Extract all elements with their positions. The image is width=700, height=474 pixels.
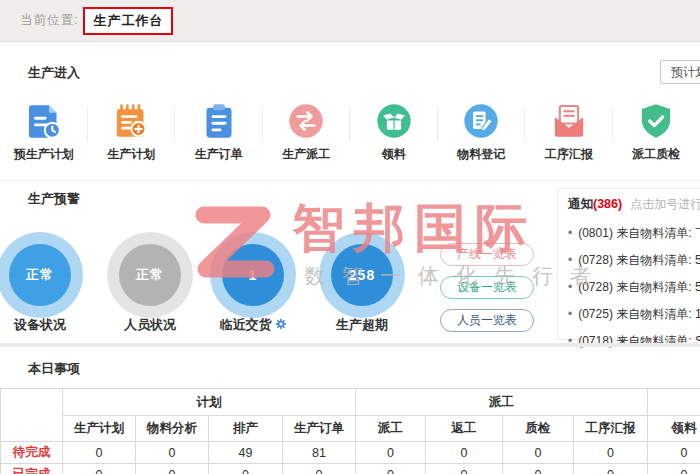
breadcrumb-label: 当前位置:: [20, 12, 78, 29]
shield-check-icon: [636, 100, 676, 142]
doc-clock-icon: [24, 100, 64, 142]
gauge-ring: 258: [319, 232, 405, 318]
notifications-panel: 通知 (386) 点击加号进行通知 (0801) 来自物料清单: 飞 (0728…: [557, 188, 700, 340]
entry-item-dispatch-qc[interactable]: 派工质检: [613, 94, 700, 164]
production-workbench-page: 当前位置: 生产工作台 生产进入 预计划 预生产计划 生产计划 生产订单: [0, 0, 700, 474]
done-value-cell[interactable]: 0: [283, 464, 356, 474]
open-box-icon: [374, 100, 414, 142]
entry-item-process-report[interactable]: 工序汇报: [525, 94, 613, 164]
col-header: 工序汇报: [574, 416, 648, 442]
col-header: 派工: [356, 416, 426, 442]
table-corner-cell: [1, 389, 63, 442]
group-header-dispatch: 派工: [356, 389, 648, 416]
entry-item-label: 预生产计划: [14, 146, 74, 163]
notification-item[interactable]: (0728) 来自物料清单: 55: [568, 274, 700, 301]
breadcrumb-bar: 当前位置: 生产工作台: [0, 0, 700, 42]
entry-item-label: 物料登记: [457, 146, 505, 163]
entry-item-production-dispatch[interactable]: 生产派工: [263, 94, 351, 164]
notifications-hint: 点击加号进行通知: [630, 196, 700, 213]
entry-item-label: 生产计划: [107, 146, 155, 163]
gauge-value[interactable]: 正常: [9, 244, 71, 306]
transfer-arrows-icon: [286, 100, 326, 142]
col-header: 生产计划: [63, 416, 136, 442]
today-section-title: 本日事项: [28, 360, 80, 378]
entry-item-label: 生产订单: [195, 146, 243, 163]
pending-value-cell[interactable]: 0: [503, 442, 574, 464]
done-value-cell[interactable]: 0: [136, 464, 209, 474]
gauge-ring: 1: [210, 232, 296, 318]
clipboard-icon: [199, 100, 239, 142]
section-divider: [0, 343, 700, 347]
done-value-cell[interactable]: 0: [503, 464, 574, 474]
entry-section-title: 生产进入: [28, 64, 80, 82]
pending-value-cell[interactable]: 0: [136, 442, 209, 464]
entry-item-material-picking[interactable]: 领料: [350, 94, 438, 164]
done-value-cell[interactable]: 0: [209, 464, 283, 474]
pre-plan-button[interactable]: 预计划: [660, 60, 700, 84]
done-value-cell[interactable]: 0: [574, 464, 648, 474]
doc-pencil-icon: [461, 100, 501, 142]
warning-section-title: 生产预警: [28, 190, 80, 208]
group-header-plan: 计划: [63, 389, 356, 416]
entry-item-label: 工序汇报: [545, 146, 593, 163]
personnel-list-button[interactable]: 人员一览表: [440, 309, 534, 332]
notification-item[interactable]: (0728) 来自物料清单: 55: [568, 247, 700, 274]
section-divider: [0, 180, 700, 181]
entry-item-pre-production-plan[interactable]: 预生产计划: [0, 94, 88, 164]
today-summary-table: 计划 派工 生产计划 物料分析 排产 生产订单 派工 返工 质检 工序汇报 领料…: [0, 388, 700, 474]
entry-item-label: 生产派工: [282, 146, 330, 163]
row-label-pending: 待完成: [1, 442, 63, 464]
gauge-label: 设备状况: [14, 317, 66, 332]
entry-item-production-order[interactable]: 生产订单: [175, 94, 263, 164]
pending-value-cell[interactable]: 0: [426, 442, 503, 464]
gauge-personnel-status: 正常 人员状况: [107, 232, 193, 318]
gauge-near-delivery: 1 临近交货: [210, 232, 296, 318]
gauge-ring: 正常: [107, 232, 193, 318]
col-header: 物料分析: [136, 416, 209, 442]
col-header: 生产订单: [283, 416, 356, 442]
col-header: 返工: [426, 416, 503, 442]
entry-item-label: 派工质检: [632, 146, 680, 163]
gauge-value[interactable]: 正常: [119, 244, 181, 306]
gauge-label: 临近交货: [220, 317, 272, 332]
entry-item-production-plan[interactable]: 生产计划: [88, 94, 176, 164]
col-header: 领料: [648, 416, 700, 442]
pending-value-cell: 81: [283, 442, 356, 464]
equipment-list-button[interactable]: 设备一览表: [440, 276, 534, 299]
col-header: 排产: [209, 416, 283, 442]
row-label-done: 已完成: [1, 464, 63, 474]
calendar-plus-icon: [111, 100, 151, 142]
done-value-cell[interactable]: 0: [426, 464, 503, 474]
notifications-count-badge: (386): [593, 197, 622, 211]
gauge-label: 人员状况: [124, 317, 176, 332]
entry-item-label: 领料: [382, 146, 406, 163]
group-header-clipped: [648, 389, 700, 416]
done-value-cell[interactable]: 0: [356, 464, 426, 474]
notification-item[interactable]: (0718) 来自物料清单: Su: [568, 328, 700, 355]
col-header: 质检: [503, 416, 574, 442]
gauge-ring: 正常: [0, 232, 83, 318]
gauge-production-overdue: 258 生产超期: [319, 232, 405, 318]
notifications-title: 通知: [568, 196, 593, 213]
production-line-list-button[interactable]: 产线一览表: [440, 243, 534, 266]
notifications-list: (0801) 来自物料清单: 飞 (0728) 来自物料清单: 55 (0728…: [568, 220, 700, 355]
pending-value-cell[interactable]: 0: [63, 442, 136, 464]
table-row-pending: 待完成 0 0 49 81 0 0 0 0 0: [1, 442, 700, 464]
mail-report-icon: [549, 100, 589, 142]
breadcrumb-current-highlighted: 生产工作台: [83, 7, 173, 35]
pending-value-cell[interactable]: 49: [209, 442, 283, 464]
gauge-value[interactable]: 258: [331, 244, 393, 306]
gear-icon[interactable]: [272, 317, 287, 332]
done-value-cell[interactable]: 0: [648, 464, 700, 474]
gauge-label: 生产超期: [336, 317, 388, 332]
notification-item[interactable]: (0725) 来自物料清单: 1/: [568, 301, 700, 328]
table-row-done: 已完成 0 0 0 0 0 0 0 0 0: [1, 464, 700, 474]
pending-value-cell[interactable]: 0: [356, 442, 426, 464]
notification-item[interactable]: (0801) 来自物料清单: 飞: [568, 220, 700, 247]
entry-item-material-register[interactable]: 物料登记: [438, 94, 526, 164]
done-value-cell[interactable]: 0: [63, 464, 136, 474]
pending-value-cell[interactable]: 0: [574, 442, 648, 464]
gauge-equipment-status: 正常 设备状况: [0, 232, 83, 318]
pending-value-cell[interactable]: 0: [648, 442, 700, 464]
gauge-value[interactable]: 1: [222, 244, 284, 306]
